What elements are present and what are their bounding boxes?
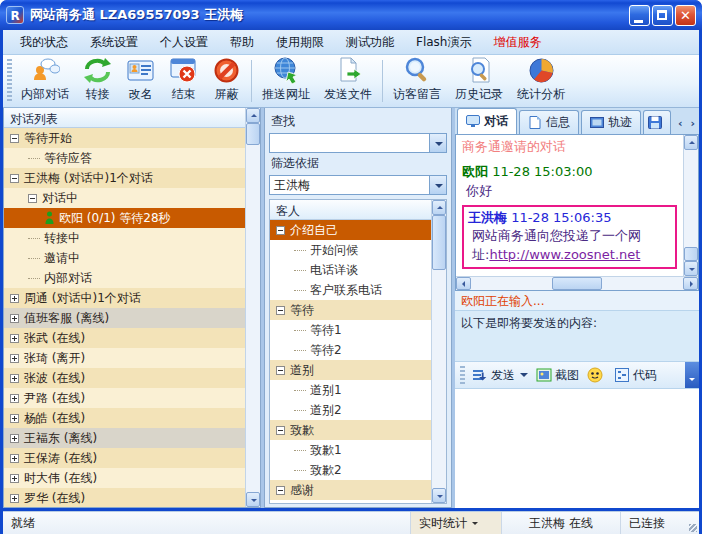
tree-item-agent-shidawei[interactable]: 时大伟 (在线) (4, 468, 245, 488)
close-button[interactable]: ✕ (675, 5, 696, 26)
reply-item[interactable]: 感谢1 (270, 500, 431, 503)
code-button[interactable]: 代码 (610, 365, 661, 386)
tree-item-agent-zhangqi[interactable]: 张琦 (离开) (4, 348, 245, 368)
chat-horizontal-scrollbar[interactable] (456, 276, 698, 290)
tab-save[interactable] (643, 110, 671, 134)
tree-item-visitor-ouyang[interactable]: 欧阳 (0/1) 等待28秒 (4, 208, 245, 228)
tree-item-agent-zhoutong[interactable]: 周通 (对话中)1个对话 (4, 288, 245, 308)
push-url-button[interactable]: 推送网址 (255, 55, 317, 107)
collapse-icon[interactable] (10, 174, 19, 183)
collapse-icon[interactable] (276, 426, 285, 435)
expand-icon[interactable] (10, 334, 19, 343)
reply-cat-introduce[interactable]: 介绍自己 (270, 220, 431, 240)
scrollbar-thumb[interactable] (246, 123, 260, 145)
menu-license-period[interactable]: 使用期限 (265, 30, 335, 55)
tab-trace[interactable]: 轨迹 (581, 110, 641, 134)
rename-button[interactable]: 改名 (119, 55, 162, 107)
find-combobox[interactable] (269, 133, 447, 153)
reply-item[interactable]: 开始问候 (270, 240, 431, 260)
stats-button[interactable]: 统计分析 (510, 55, 572, 107)
minimize-button[interactable] (629, 5, 650, 26)
expand-icon[interactable] (10, 454, 19, 463)
conversation-list-scrollbar[interactable] (245, 108, 260, 507)
collapse-icon[interactable] (10, 134, 19, 143)
scroll-down-button[interactable] (684, 261, 698, 276)
menu-value-added-services[interactable]: 增值服务 (482, 30, 552, 55)
tab-scroll-right-icon[interactable]: › (690, 117, 695, 130)
expand-icon[interactable] (10, 394, 19, 403)
reply-item[interactable]: 致歉2 (270, 460, 431, 480)
tab-info[interactable]: 信息 (519, 110, 579, 134)
tree-item-agent-zhangbo[interactable]: 张波 (在线) (4, 368, 245, 388)
send-options-chevron-icon[interactable] (520, 373, 528, 381)
scrollbar-track[interactable] (602, 277, 683, 290)
internal-chat-button[interactable]: 内部对话 (14, 55, 76, 107)
send-file-button[interactable]: 发送文件 (317, 55, 379, 107)
collapse-icon[interactable] (276, 226, 285, 235)
tree-item-agent-wangfudong[interactable]: 王福东 (离线) (4, 428, 245, 448)
scroll-up-button[interactable] (684, 135, 698, 150)
tree-item-agent-wanghongmei[interactable]: 王洪梅 (对话中)1个对话 (4, 168, 245, 188)
toolbar-grip[interactable] (460, 366, 465, 384)
realtime-stats-dropdown[interactable]: 实时统计 (410, 512, 502, 534)
expand-icon[interactable] (10, 374, 19, 383)
screenshot-button[interactable]: 截图 (532, 365, 583, 386)
canned-reply-scrollbar[interactable] (431, 200, 446, 503)
scroll-up-button[interactable] (246, 108, 260, 123)
collapse-icon[interactable] (276, 306, 285, 315)
tree-item-duty-service[interactable]: 值班客服 (离线) (4, 308, 245, 328)
tree-item-agent-yanghao[interactable]: 杨皓 (在线) (4, 408, 245, 428)
reply-cat-farewell[interactable]: 道别 (270, 360, 431, 380)
expand-icon[interactable] (10, 314, 19, 323)
expand-icon[interactable] (10, 494, 19, 503)
tree-item-in-conversation[interactable]: 对话中 (4, 188, 245, 208)
scroll-down-button[interactable] (246, 492, 260, 507)
reply-cat-apology[interactable]: 致歉 (270, 420, 431, 440)
chevron-down-icon[interactable] (429, 134, 446, 152)
send-button[interactable]: 发送 (468, 365, 519, 386)
menu-personal-settings[interactable]: 个人设置 (149, 30, 219, 55)
expand-icon[interactable] (10, 354, 19, 363)
reply-cat-thanks[interactable]: 感谢 (270, 480, 431, 500)
maximize-button[interactable] (652, 5, 673, 26)
collapse-icon[interactable] (276, 486, 285, 495)
reply-cat-wait[interactable]: 等待 (270, 300, 431, 320)
toolbar-grip[interactable] (7, 59, 12, 103)
reply-item[interactable]: 等待1 (270, 320, 431, 340)
menu-my-status[interactable]: 我的状态 (9, 30, 79, 55)
scroll-up-button[interactable] (432, 200, 446, 215)
scrollbar-thumb[interactable] (552, 277, 602, 290)
scroll-right-button[interactable] (683, 277, 698, 290)
reply-item[interactable]: 道别1 (270, 380, 431, 400)
tree-item-agent-luohua[interactable]: 罗华 (在线) (4, 488, 245, 507)
scrollbar-track[interactable] (432, 270, 446, 488)
menu-help[interactable]: 帮助 (219, 30, 265, 55)
tree-item-waiting-start[interactable]: 等待开始 (4, 128, 245, 148)
visitor-message-button[interactable]: 访客留言 (386, 55, 448, 107)
end-session-button[interactable]: 结束 (162, 55, 205, 107)
expand-icon[interactable] (10, 294, 19, 303)
menu-system-settings[interactable]: 系统设置 (79, 30, 149, 55)
reply-item[interactable]: 致歉1 (270, 440, 431, 460)
scrollbar-track[interactable] (471, 277, 552, 290)
tree-item-inviting[interactable]: 邀请中 (4, 248, 245, 268)
scroll-left-button[interactable] (456, 277, 471, 290)
reply-item[interactable]: 客户联系电话 (270, 280, 431, 300)
history-button[interactable]: 历史记录 (448, 55, 510, 107)
scrollbar-thumb[interactable] (684, 247, 698, 261)
expand-icon[interactable] (10, 414, 19, 423)
tab-conversation[interactable]: 对话 (457, 108, 517, 134)
resize-grip[interactable] (686, 512, 699, 534)
toolbar-overflow-chevron-icon[interactable] (685, 362, 699, 388)
tab-scroll-left-icon[interactable]: ‹ (678, 117, 683, 130)
reply-item[interactable]: 电话详谈 (270, 260, 431, 280)
filter-value[interactable]: 王洪梅 (270, 177, 429, 194)
scrollbar-track[interactable] (246, 145, 260, 492)
title-bar[interactable]: R 网站商务通 LZA69557093 王洪梅 ✕ (0, 0, 702, 30)
block-button[interactable]: 屏蔽 (205, 55, 248, 107)
tree-item-agent-yinlu[interactable]: 尹路 (在线) (4, 388, 245, 408)
pushed-url-link[interactable]: http://www.zoosnet.net (489, 247, 640, 262)
chevron-down-icon[interactable] (429, 176, 446, 194)
expand-icon[interactable] (10, 434, 19, 443)
reply-item[interactable]: 等待2 (270, 340, 431, 360)
